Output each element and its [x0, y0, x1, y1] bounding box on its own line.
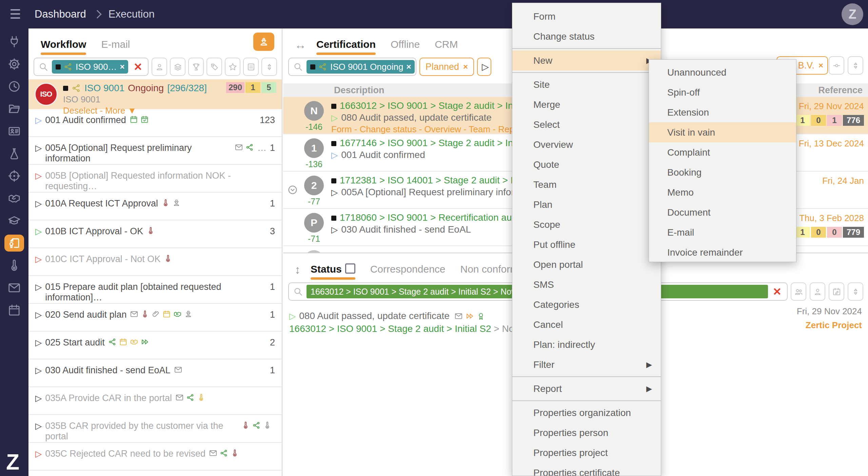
expand-triangle-icon[interactable]: ▷: [289, 311, 296, 321]
workflow-step-row[interactable]: ▷010B ICT Approval - OK3: [28, 220, 282, 248]
new-submenu-item-extension[interactable]: Extension: [649, 102, 796, 122]
expand-triangle-icon[interactable]: ▷: [331, 150, 338, 160]
workflow-step-row[interactable]: ▷030 Audit finished - send EoAL1: [28, 359, 282, 387]
context-menu-item-overview[interactable]: Overview: [512, 135, 661, 155]
workflow-step-row[interactable]: ▷035C Rejected CAR need to be revised: [28, 443, 282, 471]
sort-button[interactable]: [848, 56, 863, 75]
breadcrumb-token[interactable]: Recertification audit: [438, 212, 522, 223]
workflow-search-input[interactable]: ISO 900… × ✕: [34, 58, 149, 76]
new-submenu-item-e-mail[interactable]: E-mail: [649, 222, 796, 242]
breadcrumb-token[interactable]: 1718060: [340, 212, 377, 223]
expand-triangle-icon[interactable]: ▷: [35, 393, 42, 403]
breadcrumb-token[interactable]: ISO 9001: [388, 212, 428, 223]
vertical-resize-icon[interactable]: ↕: [295, 263, 300, 276]
assign-person-button[interactable]: [253, 33, 274, 51]
context-menu-item-plan-indirectly[interactable]: Plan: indirectly: [512, 335, 661, 355]
breadcrumb-token[interactable]: Initial S2: [455, 323, 491, 334]
breadcrumb-token[interactable]: ISO 9001: [337, 323, 377, 334]
sidebar-item-gear[interactable]: [0, 53, 28, 75]
sidebar-item-folder[interactable]: [0, 98, 28, 120]
workflow-step-row[interactable]: ▷005B [Optional] Requested information N…: [28, 165, 282, 193]
context-menu-item-properties-project[interactable]: Properties project: [512, 443, 661, 463]
context-menu-item-put-offline[interactable]: Put offline: [512, 235, 661, 255]
context-menu-item-form[interactable]: Form: [512, 6, 661, 26]
workflow-step-row[interactable]: ▷035B CAR provided by the customer via t…: [28, 415, 282, 443]
new-submenu-item-spin-off[interactable]: Spin-off: [649, 82, 796, 102]
layers-button[interactable]: [170, 58, 185, 76]
sidebar-item-certificate[interactable]: [0, 232, 28, 254]
certification-tab-crm[interactable]: CRM: [435, 39, 458, 56]
context-menu-item-properties-person[interactable]: Properties person: [512, 423, 661, 443]
person-button[interactable]: [152, 58, 167, 76]
people-button[interactable]: [791, 282, 806, 301]
breadcrumb-token[interactable]: 1712381: [340, 175, 377, 185]
context-menu-item-quote[interactable]: Quote: [512, 155, 661, 175]
chip-close-icon[interactable]: ×: [818, 61, 823, 70]
context-menu-item-open-portal[interactable]: Open portal: [512, 255, 661, 275]
tag-button[interactable]: [206, 58, 222, 76]
star-button[interactable]: [225, 58, 240, 76]
expand-triangle-icon[interactable]: ▷: [35, 254, 42, 264]
new-submenu-item-complaint[interactable]: Complaint: [649, 142, 796, 162]
workflow-step-row[interactable]: ▷010C ICT Approval - Not OK: [28, 248, 282, 276]
workflow-step-row[interactable]: ▷015 Prepare audit plan [obtained reques…: [28, 276, 282, 304]
avatar[interactable]: Z: [842, 3, 863, 25]
expand-triangle-icon[interactable]: ▷: [35, 421, 42, 431]
new-submenu-item-visit-in-vain[interactable]: Visit in vain: [649, 122, 796, 142]
context-menu-item-new[interactable]: New▶: [512, 51, 661, 71]
expand-triangle-icon[interactable]: ▷: [35, 226, 42, 236]
context-menu-item-cancel[interactable]: Cancel: [512, 315, 661, 335]
new-submenu-item-document[interactable]: Document: [649, 202, 796, 222]
expand-triangle-icon[interactable]: ▷: [35, 171, 42, 181]
horizontal-resize-icon[interactable]: ↔: [295, 38, 306, 52]
certification-filter-chip[interactable]: ISO 9001 Ongoing ×: [307, 60, 415, 74]
trophy-button[interactable]: [188, 58, 204, 76]
expand-triangle-icon[interactable]: ▷: [35, 310, 42, 320]
breadcrumb-token[interactable]: ISO 9001: [388, 138, 428, 148]
calendar-edit-button[interactable]: [829, 282, 844, 301]
expand-triangle-icon[interactable]: ▷: [35, 365, 42, 375]
sidebar-item-thermometer[interactable]: [0, 254, 28, 277]
workflow-step-row[interactable]: ▷020 Send audit plan1: [28, 304, 282, 332]
breadcrumb-token[interactable]: 1677146: [340, 138, 377, 148]
new-submenu-item-invoice-remainder[interactable]: Invoice remainder: [649, 242, 796, 262]
context-menu-item-site[interactable]: Site: [512, 75, 661, 95]
sidebar-item-flask[interactable]: [0, 142, 28, 165]
expand-triangle-icon[interactable]: ▷: [35, 198, 42, 209]
context-menu-item-report[interactable]: Report▶: [512, 379, 661, 399]
workflow-selected-item[interactable]: ISO ISO 9001 Ongoing [296/328] ISO 9001 …: [28, 79, 282, 109]
sidebar-item-envelope[interactable]: [0, 277, 28, 299]
context-menu-item-merge[interactable]: Merge: [512, 95, 661, 115]
sidebar-item-clock[interactable]: [0, 75, 28, 98]
sort-button[interactable]: [261, 58, 277, 76]
partial-filter-chip[interactable]: ▷: [477, 58, 491, 76]
sidebar-item-handshake[interactable]: [0, 187, 28, 210]
expand-triangle-icon[interactable]: ▷: [35, 143, 42, 153]
certification-search-input[interactable]: ISO 9001 Ongoing × ✕: [288, 58, 416, 76]
reference-date[interactable]: Fri, 24 Jan: [822, 176, 864, 186]
workflow-filter-chip[interactable]: ISO 900… ×: [52, 60, 128, 74]
workflow-tab-e-mail[interactable]: E-mail: [101, 39, 130, 56]
expand-triangle-icon[interactable]: ▷: [35, 115, 42, 125]
reference-date[interactable]: Fri, 13 Dec 2024: [799, 138, 864, 149]
expand-triangle-icon[interactable]: ▷: [331, 224, 338, 235]
person-button[interactable]: [810, 282, 825, 301]
workflow-step-row[interactable]: ▷005A [Optional] Request preliminary inf…: [28, 137, 282, 165]
new-submenu-item-booking[interactable]: Booking: [649, 162, 796, 182]
breadcrumb-token[interactable]: ISO 14001: [388, 175, 433, 185]
chip-close-icon[interactable]: ×: [406, 62, 411, 72]
slider-button[interactable]: [829, 56, 844, 75]
new-submenu-item-unannounced[interactable]: Unannounced: [649, 62, 796, 82]
breadcrumb-dashboard[interactable]: Dashboard: [35, 8, 86, 20]
clear-search-icon[interactable]: ✕: [771, 285, 783, 298]
sidebar-item-gradcap[interactable]: [0, 210, 28, 232]
context-menu-item-select[interactable]: Select: [512, 115, 661, 135]
breadcrumb-token[interactable]: 1663012: [340, 100, 377, 111]
status-tab-status[interactable]: Status: [311, 263, 355, 280]
certification-tab-offline[interactable]: Offline: [391, 39, 420, 56]
expand-triangle-icon[interactable]: ▷: [35, 282, 42, 292]
cardlist-button[interactable]: [243, 58, 259, 76]
context-menu-item-team[interactable]: Team: [512, 175, 661, 195]
context-menu-item-plan[interactable]: Plan: [512, 195, 661, 215]
breadcrumb-token[interactable]: 1663012: [289, 323, 326, 334]
